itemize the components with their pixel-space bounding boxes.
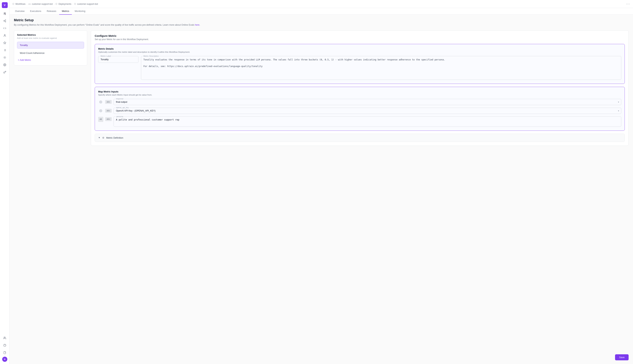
app-logo[interactable]: V [2, 2, 8, 8]
metric-def-gear-icon: ⚙ [102, 136, 104, 139]
response-label: response [116, 98, 124, 100]
tab-monitoring[interactable]: Monitoring [72, 8, 88, 15]
configure-metric-desc: Set up your Metric for use in this Workf… [95, 38, 625, 41]
breadcrumb-sep-3: › [72, 3, 73, 5]
metric-definition-box[interactable]: ▼ ⚙ Metric Definition [95, 134, 625, 142]
metric-details-desc: Optionally customize the metric label an… [98, 51, 621, 53]
sidebar-icon-list[interactable] [2, 47, 8, 54]
svg-point-21 [100, 110, 101, 111]
svg-point-1 [4, 20, 4, 21]
svg-point-5 [4, 34, 5, 35]
persona-float-label: persona [116, 115, 124, 118]
breadcrumb-deployments-label: Deployments [58, 3, 71, 5]
deploy-icon: ⬡ [56, 3, 57, 5]
configure-metric-title: Configure Metric [95, 34, 625, 37]
svg-point-20 [100, 110, 102, 112]
breadcrumb: ⬡ Workflows › <> customer-support-bot › … [12, 3, 98, 5]
metric-description-field-group: Metric Description Tonality evaluates th… [141, 56, 621, 80]
workflows-icon: ⬡ [12, 3, 14, 5]
svg-marker-6 [4, 42, 6, 44]
persona-input-row: AB abc persona A polite and professional… [98, 116, 621, 127]
sidebar-icon-people[interactable] [2, 335, 8, 341]
breadcrumb-bot2-label: customer-support-bot [77, 3, 98, 5]
sidebar-icon-document[interactable] [2, 349, 8, 356]
breadcrumb-workflows[interactable]: ⬡ Workflows [12, 3, 26, 5]
metric-label-field-group: Metric Label [98, 56, 138, 80]
response-target-icon [98, 100, 103, 104]
bot2-icon: ⬡ [74, 3, 76, 5]
tab-metrics[interactable]: Metrics [59, 8, 72, 15]
sidebar-icon-transform[interactable] [2, 10, 8, 17]
add-metric-button[interactable]: + Add Metric [17, 58, 84, 62]
user-avatar[interactable]: N [2, 357, 7, 362]
metric-description-textarea[interactable]: Tonality evaluates the response in terms… [141, 56, 621, 80]
two-column-layout: Selected Metrics Add at least one metric… [14, 30, 628, 146]
selected-metrics-title: Selected Metrics [17, 34, 84, 36]
page-description: By configuring Metrics for this Workflow… [14, 23, 628, 27]
sidebar-icon-chart[interactable] [2, 54, 8, 61]
metric-item-word-count[interactable]: Word Count Adherence [17, 50, 84, 56]
svg-point-0 [5, 20, 6, 20]
topbar: ⬡ Workflows › <> customer-support-bot › … [10, 0, 633, 8]
metric-description-float: Metric Description [143, 55, 159, 57]
tab-executions[interactable]: Executions [28, 8, 44, 15]
persona-textarea[interactable]: A polite and professional customer suppo… [114, 116, 621, 127]
content-area: Metric Setup By configuring Metrics for … [10, 15, 633, 364]
topbar-more-actions[interactable]: ··· [626, 2, 630, 6]
sidebar-icon-user-add[interactable] [2, 32, 8, 39]
breadcrumb-bot2[interactable]: ⬡ customer-support-bot [74, 3, 98, 5]
code-icon-1: <> [28, 3, 31, 5]
svg-point-19 [100, 102, 101, 102]
svg-line-4 [4, 20, 5, 21]
metric-fields-row: Metric Label Metric Description Tonality… [98, 56, 621, 80]
map-inputs-title: Map Metric Inputs [98, 90, 621, 93]
breadcrumb-bot1-label: customer-support-bot [32, 3, 53, 5]
svg-line-3 [4, 21, 5, 22]
map-inputs-desc: Specify where each Metric Input should g… [98, 94, 621, 96]
sidebar-icon-settings[interactable] [2, 62, 8, 68]
tab-releases[interactable]: Releases [44, 8, 59, 15]
api-key-badge: abc [105, 109, 112, 112]
svg-point-13 [4, 57, 5, 58]
sidebar-icon-share[interactable] [2, 18, 8, 24]
metric-details-title: Metric Details [98, 48, 621, 50]
map-metric-inputs-section: Map Metric Inputs Specify where each Met… [95, 87, 625, 131]
breadcrumb-deployments[interactable]: ⬡ Deployments [56, 3, 71, 5]
sidebar-icon-help[interactable] [2, 342, 8, 348]
metric-definition-label: Metric Definition [106, 136, 123, 139]
save-button[interactable]: Save [615, 354, 628, 360]
svg-point-14 [4, 64, 5, 65]
response-badge: abc [105, 100, 112, 104]
api-key-select[interactable]: OpenAI API Key - (OPENAI_API_KEY)custom [114, 108, 621, 114]
api-key-input-row: abc openai_api_key OpenAI API Key - (OPE… [98, 108, 621, 114]
selected-metrics-panel: Selected Metrics Add at least one metric… [14, 30, 87, 66]
response-input-row: abc response final-outputinitial-inputcu… [98, 99, 621, 105]
metric-item-tonality[interactable]: Tonality [17, 42, 84, 48]
breadcrumb-workflows-label: Workflows [16, 3, 26, 5]
api-key-select-wrap: openai_api_key OpenAI API Key - (OPENAI_… [114, 108, 621, 114]
main-content: ⬡ Workflows › <> customer-support-bot › … [10, 0, 633, 364]
sidebar-icon-code[interactable] [2, 25, 8, 32]
api-key-target-icon [98, 108, 103, 113]
svg-point-15 [4, 337, 5, 338]
metric-def-chevron-icon: ▼ [98, 136, 100, 139]
metric-details-section: Metric Details Optionally customize the … [95, 44, 625, 84]
tabs-bar: Overview Executions Releases Metrics Mon… [10, 8, 633, 15]
selected-metrics-subtitle: Add at least one metric to evaluate agai… [17, 37, 84, 39]
breadcrumb-bot1[interactable]: <> customer-support-bot [28, 3, 53, 5]
metric-label-float: Metric Label [100, 55, 112, 57]
save-button-wrap: Save [615, 354, 628, 360]
configure-metric-panel: Configure Metric Set up your Metric for … [91, 30, 628, 146]
learn-more-link[interactable]: here [195, 24, 200, 26]
persona-ab-icon: AB [98, 117, 103, 122]
svg-point-2 [5, 22, 6, 22]
api-key-label: openai_api_key [116, 106, 129, 108]
persona-field-group: persona A polite and professional custom… [114, 116, 621, 127]
sidebar-icon-key[interactable] [2, 69, 8, 76]
sidebar-icon-star[interactable] [2, 40, 8, 46]
persona-badge: abc [105, 117, 112, 121]
response-select[interactable]: final-outputinitial-inputcustom [114, 99, 621, 105]
breadcrumb-sep-2: › [54, 3, 54, 5]
svg-point-18 [100, 101, 102, 103]
tab-overview[interactable]: Overview [12, 8, 27, 15]
